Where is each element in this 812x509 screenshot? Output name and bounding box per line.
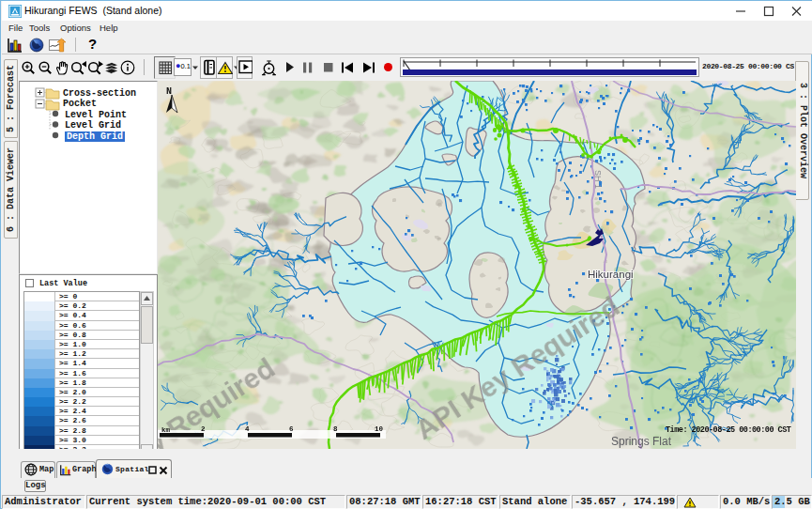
svg-text:8: 8 — [333, 425, 338, 433]
svg-text:2: 2 — [201, 425, 206, 433]
svg-text:Springs Flat: Springs Flat — [611, 435, 672, 448]
svg-text:SH 1: SH 1 — [593, 170, 603, 189]
svg-text:6: 6 — [289, 425, 294, 433]
svg-text:Time: 2020-08-25 00:00:00 CST: Time: 2020-08-25 00:00:00 CST — [666, 425, 791, 435]
svg-text:4: 4 — [245, 425, 250, 433]
svg-text:km: km — [161, 426, 171, 434]
svg-text:N: N — [166, 86, 172, 97]
svg-text:10: 10 — [375, 425, 384, 433]
svg-text:Hikurangi: Hikurangi — [588, 269, 634, 280]
